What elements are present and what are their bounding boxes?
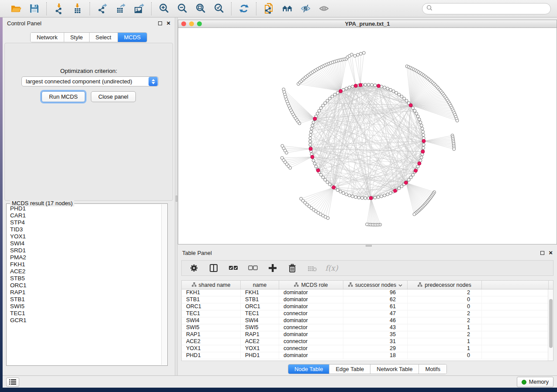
select-all-icon[interactable] — [228, 263, 239, 273]
table-cell: 43 — [343, 324, 408, 331]
table-row[interactable]: RAP1RAP1dominator352 — [182, 331, 553, 338]
network-window-titlebar[interactable]: YPA_prune.txt_1 — [178, 20, 557, 28]
export-network-icon[interactable] — [96, 3, 108, 15]
network-view[interactable] — [178, 28, 557, 244]
run-mcds-button[interactable]: Run MCDS — [42, 91, 85, 102]
table-row[interactable]: SWI4SWI4dominator462 — [182, 317, 553, 324]
float-panel-icon[interactable] — [158, 21, 162, 25]
disabled-table-icon — [307, 263, 317, 273]
criterion-dropdown[interactable]: largest connected component (undirected) — [21, 76, 159, 86]
table-cell: 46 — [343, 317, 408, 324]
task-history-button[interactable] — [6, 378, 19, 387]
mcds-result-item[interactable]: SRD1 — [10, 247, 161, 254]
close-table-panel-icon[interactable]: × — [549, 251, 553, 255]
zoom-in-icon[interactable] — [158, 3, 170, 15]
import-network-icon[interactable] — [53, 3, 65, 15]
tab-style[interactable]: Style — [64, 33, 90, 42]
table-row[interactable]: SWI5SWI5connector431 — [182, 324, 553, 331]
save-icon[interactable] — [28, 3, 40, 15]
eye-slash-icon[interactable] — [299, 3, 311, 15]
table-row[interactable]: YOX1YOX1connector291 — [182, 345, 553, 352]
mcds-result-item[interactable]: SWI4 — [10, 240, 161, 247]
mcds-result-item[interactable]: PMA2 — [10, 254, 161, 261]
attribute-icon — [418, 282, 422, 288]
table-cell: 2 — [408, 289, 482, 296]
tab-edge-table[interactable]: Edge Table — [329, 364, 370, 374]
table-cell: connector — [279, 345, 343, 352]
export-image-icon[interactable] — [133, 3, 145, 15]
delete-icon[interactable] — [287, 263, 298, 273]
mcds-result-item[interactable]: TID3 — [10, 226, 161, 233]
table-cell: 35 — [343, 331, 408, 338]
refresh-icon[interactable] — [238, 3, 250, 15]
mcds-result-list[interactable]: PHD1CAR1STP4TID3YOX1SWI4SRD1PMA2FKH1ACE2… — [7, 205, 161, 365]
mcds-result-item[interactable]: YOX1 — [10, 233, 161, 240]
control-panel: Control Panel × NetworkStyleSelectMCDS O… — [3, 17, 175, 375]
columns-icon[interactable] — [208, 263, 219, 273]
search-input[interactable] — [435, 6, 547, 12]
vertical-splitter-handle[interactable] — [176, 196, 177, 202]
tab-mcds[interactable]: MCDS — [118, 33, 147, 42]
column-header-shared-name[interactable]: shared name — [182, 281, 241, 289]
two-houses-icon[interactable] — [281, 3, 293, 15]
mcds-result-item[interactable]: FKH1 — [10, 261, 161, 268]
memory-status-icon — [522, 380, 526, 385]
mcds-result-item[interactable]: GCR1 — [10, 317, 161, 324]
add-icon[interactable] — [267, 263, 278, 273]
node-table-body: FKH1FKH1dominator962STB1STB1dominator620… — [182, 289, 553, 359]
memory-button[interactable]: Memory — [517, 377, 554, 387]
deselect-all-icon[interactable] — [248, 263, 258, 273]
table-scrollbar-thumb[interactable] — [549, 299, 553, 348]
export-table-icon[interactable] — [114, 3, 127, 15]
horizontal-splitter-handle[interactable] — [366, 245, 372, 247]
tab-motifs[interactable]: Motifs — [419, 364, 446, 374]
open-folder-icon[interactable] — [10, 3, 22, 15]
close-panel-button[interactable]: Close panel — [91, 91, 136, 102]
mcds-result-item[interactable]: STP4 — [10, 219, 161, 226]
attribute-icon — [294, 282, 299, 288]
vertical-splitter[interactable] — [175, 17, 178, 375]
mcds-result-item[interactable]: SWI5 — [10, 303, 161, 310]
import-table-icon[interactable] — [71, 3, 83, 15]
tab-network[interactable]: Network — [31, 33, 64, 42]
search-icon — [426, 5, 432, 13]
zoom-out-icon[interactable] — [176, 3, 188, 15]
main-toolbar — [0, 0, 557, 17]
table-row[interactable]: PHD1PHD1dominator180 — [182, 352, 553, 359]
mcds-result-item[interactable]: STB5 — [10, 275, 161, 282]
table-cell: connector — [279, 324, 343, 331]
mcds-list-scrollbar[interactable] — [161, 204, 167, 365]
column-header-predecessor-nodes[interactable]: predecessor nodes — [408, 281, 482, 289]
zoom-selected-icon[interactable] — [213, 3, 225, 15]
column-header-name[interactable]: name — [241, 281, 279, 289]
column-header-successor-nodes[interactable]: successor nodes — [343, 281, 408, 289]
table-cell: 1 — [408, 324, 482, 331]
table-row[interactable]: FKH1FKH1dominator962 — [182, 289, 553, 296]
table-panel-title: Table Panel — [182, 250, 212, 256]
float-table-panel-icon[interactable] — [540, 251, 544, 255]
table-cell: FKH1 — [182, 289, 241, 296]
gear-icon[interactable] — [189, 263, 199, 273]
mcds-result-item[interactable]: ORC1 — [10, 282, 161, 289]
table-scrollbar[interactable] — [548, 289, 553, 361]
table-row[interactable]: TEC1TEC1connector472 — [182, 310, 553, 317]
node-table[interactable]: shared namenameMCDS rolesuccessor nodesp… — [181, 280, 554, 361]
table-row[interactable]: ORC1ORC1dominator610 — [182, 303, 553, 310]
tab-select[interactable]: Select — [90, 33, 118, 42]
table-row[interactable]: ACE2ACE2connector311 — [182, 338, 553, 345]
mcds-result-item[interactable]: CAR1 — [10, 212, 161, 219]
tab-network-table[interactable]: Network Table — [370, 364, 419, 374]
close-panel-icon[interactable]: × — [166, 21, 170, 25]
search-box[interactable] — [422, 3, 551, 14]
table-cell: PHD1 — [241, 352, 279, 359]
mcds-result-item[interactable]: RAP1 — [10, 289, 161, 296]
column-header-MCDS-role[interactable]: MCDS role — [279, 281, 343, 289]
zoom-fit-icon[interactable] — [194, 3, 207, 15]
tab-node-table[interactable]: Node Table — [288, 364, 330, 374]
table-row[interactable]: STB1STB1dominator620 — [182, 296, 553, 303]
copy-document-icon[interactable] — [263, 3, 275, 15]
mcds-result-item[interactable]: TEC1 — [10, 310, 161, 317]
mcds-result-item[interactable]: STB1 — [10, 296, 161, 303]
mcds-result-item[interactable]: PHD1 — [10, 205, 161, 212]
mcds-result-item[interactable]: ACE2 — [10, 268, 161, 275]
